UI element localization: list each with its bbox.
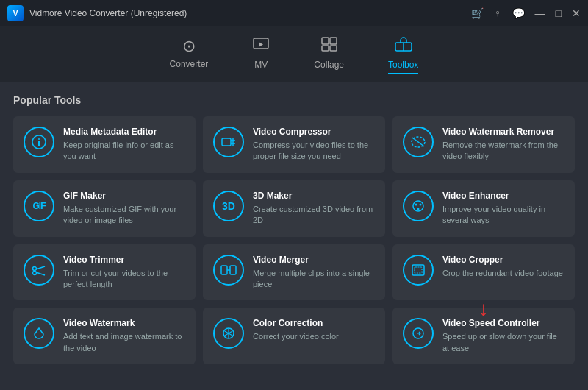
tool-card-video-enhancer[interactable]: Video Enhancer Improve your video qualit… xyxy=(392,180,575,237)
svg-point-9 xyxy=(38,138,40,140)
tool-icon-media-metadata-editor xyxy=(24,127,54,157)
tool-icon-gif-maker: GIF xyxy=(24,191,54,221)
svg-point-18 xyxy=(420,203,422,205)
tool-desc-video-trimmer: Trim or cut your videos to the perfect l… xyxy=(63,268,185,291)
tools-grid: Media Metadata Editor Keep original file… xyxy=(13,116,575,364)
user-icon[interactable]: ♀ xyxy=(494,7,502,19)
nav-item-converter[interactable]: ⊙ Converter xyxy=(170,37,209,72)
tool-name-gif-maker: GIF Maker xyxy=(63,191,185,201)
tool-icon-video-merger xyxy=(213,255,244,286)
tool-info-video-compressor: Video Compressor Compress your video fil… xyxy=(253,127,375,163)
svg-rect-28 xyxy=(415,267,422,273)
tool-card-media-metadata-editor[interactable]: Media Metadata Editor Keep original file… xyxy=(13,116,196,173)
tool-icon-video-watermark-remover xyxy=(403,127,434,157)
tool-name-3d-maker: 3D Maker xyxy=(253,191,375,201)
tool-card-video-trimmer[interactable]: Video Trimmer Trim or cut your videos to… xyxy=(13,244,196,301)
tool-info-video-trimmer: Video Trimmer Trim or cut your videos to… xyxy=(63,255,185,291)
svg-rect-3 xyxy=(322,46,329,51)
svg-point-21 xyxy=(33,271,37,274)
tool-name-video-merger: Video Merger xyxy=(253,255,375,265)
tool-card-video-watermark[interactable]: Video Watermark Add text and image water… xyxy=(13,308,196,364)
tool-info-color-correction: Color Correction Correct your video colo… xyxy=(253,318,339,342)
tool-desc-media-metadata-editor: Keep original file info or edit as you w… xyxy=(63,140,185,163)
nav-item-mv[interactable]: MV xyxy=(252,36,270,73)
tool-icon-video-cropper xyxy=(403,255,434,286)
tool-card-video-merger[interactable]: Video Merger Merge multiple clips into a… xyxy=(203,244,385,301)
tool-card-gif-maker[interactable]: GIF GIF Maker Make customized GIF with y… xyxy=(13,180,196,237)
svg-point-19 xyxy=(417,208,420,210)
close-button[interactable]: ✕ xyxy=(572,7,581,19)
tool-desc-3d-maker: Create customized 3D video from 2D xyxy=(253,204,375,227)
svg-point-17 xyxy=(415,203,417,205)
svg-rect-24 xyxy=(221,266,227,274)
tool-desc-video-merger: Merge multiple clips into a single piece xyxy=(253,268,375,291)
tool-card-video-cropper[interactable]: Video Cropper Crop the redundant video f… xyxy=(392,244,575,301)
app-title: Vidmore Video Converter (Unregistered) xyxy=(29,8,187,18)
converter-label: Converter xyxy=(170,59,209,69)
tool-desc-video-speed-controller: Speed up or slow down your file at ease xyxy=(442,331,564,354)
tool-icon-video-trimmer xyxy=(24,255,54,286)
minimize-button[interactable]: — xyxy=(535,7,545,19)
tool-desc-video-cropper: Crop the redundant video footage xyxy=(442,268,563,279)
tool-name-color-correction: Color Correction xyxy=(253,318,339,328)
cart-icon[interactable]: 🛒 xyxy=(471,7,484,19)
collage-icon xyxy=(320,36,338,57)
tool-icon-color-correction xyxy=(213,318,244,349)
toolbox-label: Toolbox xyxy=(388,60,418,70)
tool-info-3d-maker: 3D Maker Create customized 3D video from… xyxy=(253,191,375,227)
tool-name-video-watermark: Video Watermark xyxy=(63,318,185,328)
tool-icon-3d-maker: 3D xyxy=(213,191,244,221)
main-content: Popular Tools Media Metadata Editor Keep… xyxy=(0,82,588,390)
tool-desc-video-watermark: Add text and image watermark to the vide… xyxy=(63,331,185,354)
svg-line-23 xyxy=(36,272,45,275)
mv-label: MV xyxy=(254,60,268,70)
tool-info-video-cropper: Video Cropper Crop the redundant video f… xyxy=(442,255,563,279)
chat-icon[interactable]: 💬 xyxy=(512,7,525,19)
restore-button[interactable]: □ xyxy=(556,7,562,19)
tool-name-video-cropper: Video Cropper xyxy=(442,255,563,265)
tool-icon-video-watermark xyxy=(24,318,54,349)
section-title: Popular Tools xyxy=(13,94,575,106)
svg-line-22 xyxy=(36,266,45,269)
tool-name-video-trimmer: Video Trimmer xyxy=(63,255,185,265)
tool-icon-video-speed-controller xyxy=(403,318,434,349)
tool-card-video-watermark-remover[interactable]: Video Watermark Remover Remove the water… xyxy=(392,116,575,173)
arrow-indicator: ↓ xyxy=(478,297,489,321)
nav-bar: ⊙ Converter MV Collage xyxy=(0,26,588,82)
titlebar: V Vidmore Video Converter (Unregistered)… xyxy=(0,0,588,26)
svg-rect-4 xyxy=(330,46,337,51)
tool-name-video-speed-controller: Video Speed Controller xyxy=(442,318,564,328)
nav-item-collage[interactable]: Collage xyxy=(314,36,344,73)
tool-icon-video-enhancer xyxy=(403,191,434,221)
tool-name-video-watermark-remover: Video Watermark Remover xyxy=(442,127,564,137)
tool-icon-video-compressor xyxy=(213,127,244,157)
tool-info-gif-maker: GIF Maker Make customized GIF with your … xyxy=(63,191,185,227)
tool-info-video-enhancer: Video Enhancer Improve your video qualit… xyxy=(442,191,564,227)
tool-card-3d-maker[interactable]: 3D 3D Maker Create customized 3D video f… xyxy=(203,180,385,237)
tool-name-media-metadata-editor: Media Metadata Editor xyxy=(63,127,185,137)
tool-desc-color-correction: Correct your video color xyxy=(253,331,339,342)
tool-info-video-merger: Video Merger Merge multiple clips into a… xyxy=(253,255,375,291)
tool-name-video-enhancer: Video Enhancer xyxy=(442,191,564,201)
svg-line-15 xyxy=(412,138,424,146)
tool-card-video-compressor[interactable]: Video Compressor Compress your video fil… xyxy=(203,116,385,173)
converter-icon: ⊙ xyxy=(182,37,196,56)
tool-info-video-watermark-remover: Video Watermark Remover Remove the water… xyxy=(442,127,564,163)
tool-name-video-compressor: Video Compressor xyxy=(253,127,375,137)
svg-rect-10 xyxy=(222,138,231,146)
svg-rect-1 xyxy=(322,38,329,44)
tool-info-video-watermark: Video Watermark Add text and image water… xyxy=(63,318,185,354)
tool-info-video-speed-controller: Video Speed Controller Speed up or slow … xyxy=(442,318,564,354)
app-icon: V xyxy=(7,5,24,21)
tool-desc-video-watermark-remover: Remove the watermark from the video flex… xyxy=(442,140,564,163)
toolbox-icon xyxy=(394,36,413,57)
tool-desc-video-enhancer: Improve your video quality in several wa… xyxy=(442,204,564,227)
svg-point-20 xyxy=(33,266,37,270)
collage-label: Collage xyxy=(314,60,344,70)
svg-rect-2 xyxy=(330,38,337,44)
titlebar-controls: 🛒 ♀ 💬 — □ ✕ xyxy=(471,7,581,19)
tool-card-color-correction[interactable]: Color Correction Correct your video colo… xyxy=(203,308,385,364)
tool-info-media-metadata-editor: Media Metadata Editor Keep original file… xyxy=(63,127,185,163)
tool-desc-video-compressor: Compress your video files to the proper … xyxy=(253,140,375,163)
nav-item-toolbox[interactable]: Toolbox xyxy=(388,36,418,73)
